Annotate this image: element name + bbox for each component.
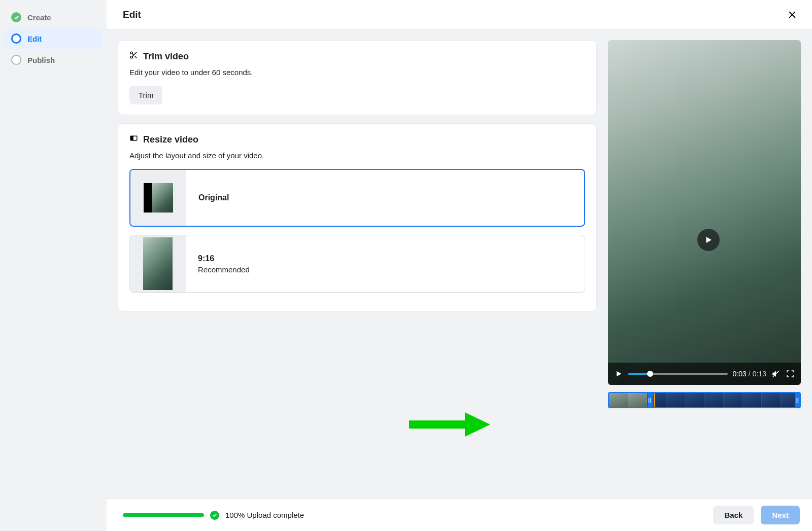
svg-line-6 bbox=[132, 54, 134, 55]
svg-marker-10 bbox=[617, 371, 621, 377]
mute-icon[interactable] bbox=[771, 369, 781, 378]
check-icon bbox=[210, 511, 219, 520]
step-label: Publish bbox=[27, 56, 55, 64]
trim-timeline[interactable]: || || bbox=[608, 392, 801, 408]
svg-line-5 bbox=[134, 56, 137, 58]
trim-desc: Edit your video to under 60 seconds. bbox=[129, 68, 585, 77]
aspect-ratio-icon bbox=[129, 134, 138, 145]
resize-title: Resize video bbox=[129, 134, 585, 145]
wizard-sidebar: Create Edit Publish bbox=[0, 0, 107, 531]
seek-bar[interactable] bbox=[628, 373, 728, 375]
upload-progress-bar bbox=[123, 513, 204, 517]
option-thumb bbox=[130, 235, 186, 292]
trim-card: Trim video Edit your video to under 60 s… bbox=[118, 40, 597, 115]
timecode: 0:03 / 0:13 bbox=[733, 370, 766, 378]
scissors-icon bbox=[129, 51, 138, 62]
svg-line-12 bbox=[773, 371, 779, 377]
upload-status-text: 100% Upload complete bbox=[225, 511, 304, 519]
video-controls: 0:03 / 0:13 bbox=[608, 363, 801, 385]
pending-step-icon bbox=[11, 55, 21, 65]
resize-card: Resize video Adjust the layout and size … bbox=[118, 123, 597, 311]
svg-point-2 bbox=[130, 52, 132, 54]
resize-option-916[interactable]: 9:16 Recommended bbox=[129, 235, 585, 293]
next-button[interactable]: Next bbox=[761, 506, 800, 524]
resize-option-original[interactable]: Original bbox=[129, 169, 585, 227]
active-step-icon bbox=[11, 33, 21, 44]
resize-desc: Adjust the layout and size of your video… bbox=[129, 151, 585, 160]
upload-status: 100% Upload complete bbox=[123, 511, 304, 520]
trim-handle-right[interactable]: || bbox=[795, 393, 800, 407]
nav-buttons: Back Next bbox=[708, 506, 800, 524]
trim-title-text: Trim video bbox=[143, 51, 189, 62]
play-icon[interactable] bbox=[697, 229, 720, 251]
resize-title-text: Resize video bbox=[143, 134, 198, 145]
video-preview[interactable]: 0:03 / 0:13 bbox=[608, 40, 801, 385]
option-subtitle: Recommended bbox=[198, 265, 250, 274]
fullscreen-icon[interactable] bbox=[786, 369, 795, 378]
step-label: Edit bbox=[27, 34, 42, 43]
option-title: 9:16 bbox=[198, 254, 250, 263]
back-button[interactable]: Back bbox=[713, 506, 754, 524]
preview-column: 0:03 / 0:13 bbox=[608, 40, 801, 488]
step-label: Create bbox=[27, 13, 51, 22]
option-thumb bbox=[130, 170, 186, 226]
timeline-playhead[interactable] bbox=[654, 392, 655, 408]
close-button[interactable] bbox=[785, 7, 800, 22]
content-area: Trim video Edit your video to under 60 s… bbox=[107, 30, 812, 499]
play-button[interactable] bbox=[614, 369, 623, 378]
check-icon bbox=[11, 12, 21, 22]
trim-button[interactable]: Trim bbox=[129, 86, 162, 104]
bottom-bar: 100% Upload complete Back Next bbox=[107, 499, 812, 531]
svg-point-3 bbox=[130, 56, 132, 58]
trim-handle-left[interactable]: || bbox=[648, 393, 653, 407]
option-title: Original bbox=[198, 193, 229, 202]
main-panel: Edit Trim video Edit your vid bbox=[107, 0, 812, 531]
svg-rect-8 bbox=[130, 136, 133, 140]
settings-column: Trim video Edit your video to under 60 s… bbox=[118, 40, 597, 488]
page-title: Edit bbox=[123, 9, 141, 20]
topbar: Edit bbox=[107, 0, 812, 30]
step-edit[interactable]: Edit bbox=[4, 28, 103, 49]
svg-marker-9 bbox=[706, 237, 712, 243]
trim-title: Trim video bbox=[129, 51, 585, 62]
step-publish[interactable]: Publish bbox=[4, 50, 103, 70]
step-create[interactable]: Create bbox=[4, 7, 103, 27]
